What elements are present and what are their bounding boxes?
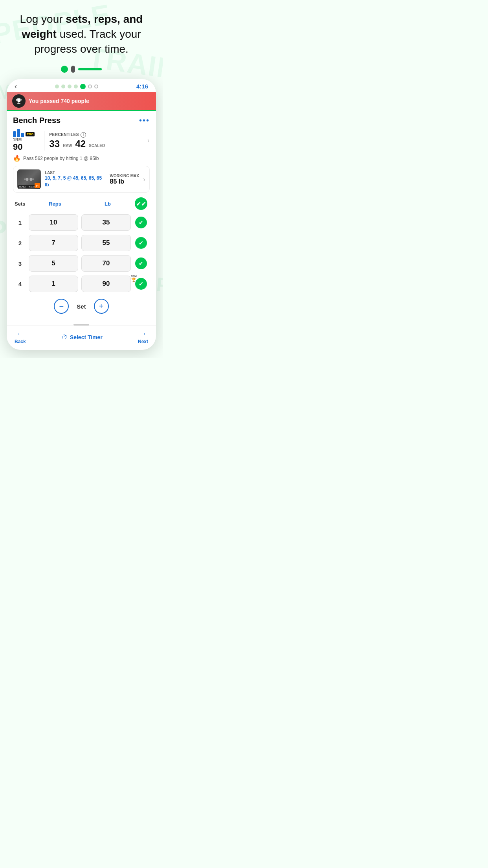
reps-input-3[interactable]: 5 [29, 255, 78, 272]
info-icon[interactable]: i [81, 132, 86, 138]
lb-input-2[interactable]: 55 [81, 235, 131, 251]
set-num-4: 4 [15, 281, 26, 287]
back-nav-label: Back [15, 339, 26, 344]
svg-rect-3 [30, 178, 32, 181]
pass-hint: 🔥 Pass 562 people by hitting 1 @ 95lb [13, 154, 150, 162]
lb-input-3[interactable]: 70 [81, 255, 131, 272]
progress-dot-rect [71, 66, 75, 73]
back-nav-button[interactable]: ← Back [15, 330, 26, 344]
status-time: 4:16 [136, 83, 148, 90]
page-dot-2 [61, 85, 65, 88]
page-dot-6 [88, 85, 92, 88]
chart-pro-icon: PRO [13, 129, 35, 137]
set-row-1: 1 10 35 ✔ [13, 212, 150, 233]
svg-rect-2 [28, 178, 30, 180]
page-dot-5-active [80, 84, 86, 89]
page-dot-4 [74, 85, 78, 88]
check-col-3: ✔ [134, 257, 148, 269]
exercise-thumbnail: BENCH PRESS H [17, 169, 41, 189]
fire-icon: 🔥 [13, 154, 21, 162]
timer-label: Select Timer [70, 334, 103, 340]
lb-input-1[interactable]: 35 [81, 214, 131, 231]
thumb-logo: H [35, 183, 40, 188]
svg-rect-4 [32, 178, 34, 180]
set-row-4: 4 1 90 1RM 🏆 ✔ [13, 274, 150, 294]
percentile-header: PERCENTILES i [49, 132, 147, 138]
percentile-values: 33 RAW 42 SCALED [49, 138, 147, 149]
last-working-chevron[interactable]: › [143, 175, 145, 184]
last-label: LAST [45, 171, 106, 175]
exercise-name: Bench Press [13, 116, 61, 125]
one-rm-block: PRO 1RM 90 [13, 129, 35, 152]
set-row-3: 3 5 70 ✔ [13, 253, 150, 274]
status-bar: ‹ 4:16 [7, 79, 156, 92]
exercise-card: Bench Press ••• PRO 1RM 90 [7, 111, 156, 322]
bar3 [21, 133, 24, 137]
stats-divider [44, 131, 44, 151]
rm-label: 1RM [13, 138, 22, 142]
stats-row: PRO 1RM 90 PERCENTILES i 33 RAW [13, 129, 150, 152]
check-button-3[interactable]: ✔ [135, 257, 147, 269]
back-chevron[interactable]: ‹ [15, 82, 17, 90]
add-set-button[interactable]: + [94, 299, 109, 314]
lb-col-header: Lb [81, 201, 134, 207]
more-options-icon[interactable]: ••• [139, 116, 150, 125]
set-num-2: 2 [15, 240, 26, 246]
orm-badge: 1RM 🏆 [131, 275, 137, 282]
reps-input-4[interactable]: 1 [29, 276, 78, 292]
progress-dot-filled [61, 66, 68, 73]
scaled-label: SCALED [89, 143, 105, 148]
back-arrow-icon: ← [17, 330, 24, 338]
check-col-2: ✔ [134, 237, 148, 249]
set-num-1: 1 [15, 219, 26, 226]
bottom-navigation-bar: ← Back ⏱ Select Timer → Next [7, 326, 156, 350]
reps-col-header: Reps [29, 201, 81, 207]
check-all-button[interactable]: ✔✔ [135, 197, 147, 210]
achievement-banner: You passed 740 people [7, 92, 156, 110]
check-button-1[interactable]: ✔ [135, 217, 147, 228]
select-timer-button[interactable]: ⏱ Select Timer [61, 334, 103, 341]
next-nav-label: Next [138, 339, 148, 344]
scaled-value: 42 [75, 138, 86, 149]
percentiles-chevron[interactable]: › [147, 136, 150, 145]
headline-part1: Log your [20, 13, 66, 25]
check-button-2[interactable]: ✔ [135, 237, 147, 249]
exercise-header: Bench Press ••• [13, 116, 150, 125]
set-num-3: 3 [15, 260, 26, 267]
thumb-label-text: BENCH PRESS [18, 185, 37, 188]
pass-hint-text: Pass 562 people by hitting 1 @ 95lb [23, 156, 99, 161]
bar1 [13, 131, 16, 137]
pagination-dots [55, 84, 98, 89]
reps-input-2[interactable]: 7 [29, 235, 78, 251]
last-col: LAST 10, 5, 7, 5 @ 45, 65, 65, 65 lb [45, 171, 106, 188]
working-label: WORKING MAX [110, 174, 139, 178]
set-ctrl-label: Set [77, 303, 86, 310]
orm-trophy-icon: 🏆 [131, 278, 136, 282]
trophy-icon [12, 94, 26, 108]
working-value: 85 lb [110, 178, 139, 185]
lb-input-4[interactable]: 90 [81, 276, 131, 292]
last-value: 10, 5, 7, 5 @ 45, 65, 65, 65 lb [45, 175, 106, 188]
page-dot-7 [94, 85, 98, 88]
timer-icon: ⏱ [61, 334, 68, 341]
set-row-2: 2 7 55 ✔ [13, 233, 150, 253]
working-max-col: WORKING MAX 85 lb [110, 174, 139, 185]
progress-indicators [61, 66, 102, 73]
check-all-header: ✔✔ [134, 197, 148, 210]
percentiles-label: PERCENTILES [49, 132, 79, 137]
percentiles-block: PERCENTILES i 33 RAW 42 SCALED [49, 132, 147, 149]
check-button-4[interactable]: ✔ [135, 278, 147, 290]
remove-set-button[interactable]: − [54, 299, 69, 314]
page-dot-3 [68, 85, 72, 88]
reps-input-1[interactable]: 10 [29, 214, 78, 231]
progress-line [78, 68, 102, 70]
next-nav-button[interactable]: → Next [138, 330, 148, 344]
check-col-1: ✔ [134, 217, 148, 228]
banner-text: You passed 740 people [29, 98, 89, 104]
svg-rect-0 [24, 178, 26, 180]
last-working-row[interactable]: BENCH PRESS H LAST 10, 5, 7, 5 @ 45, 65,… [13, 166, 150, 193]
next-arrow-icon: → [139, 330, 147, 338]
pro-badge: PRO [26, 132, 35, 136]
page-dot-1 [55, 85, 59, 88]
check-col-4: 1RM 🏆 ✔ [134, 278, 148, 290]
